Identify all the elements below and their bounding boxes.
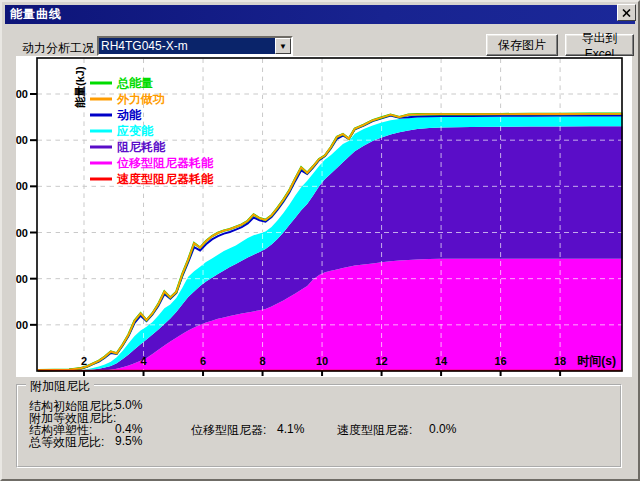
- legend-label: 速度型阻尼器耗能: [116, 172, 214, 186]
- displacement-damper-value: 4.1%: [277, 422, 304, 436]
- condition-combobox[interactable]: RH4TG045-X-m ▼: [97, 36, 293, 56]
- x-tick-label: 18: [554, 355, 566, 367]
- x-tick-label: 16: [494, 355, 506, 367]
- condition-label: 动力分析工况: [22, 40, 94, 57]
- chart-area: 5001000150020002500300024681012141618时间(…: [16, 56, 632, 377]
- legend-label: 总能量: [116, 76, 153, 90]
- x-tick-label: 6: [200, 355, 206, 367]
- x-tick-label: 8: [259, 355, 265, 367]
- window-title: 能量曲线: [10, 6, 62, 23]
- chart-legend: 总能量外力做功动能应变能阻尼耗能位移型阻尼器耗能速度型阻尼器耗能: [90, 76, 214, 186]
- legend-label: 应变能: [116, 124, 154, 138]
- legend-label: 位移型阻尼器耗能: [116, 156, 214, 170]
- y-tick-label: 2500: [16, 134, 28, 146]
- energy-curve-window: 能量曲线 动力分析工况 RH4TG045-X-m ▼ 保存图片 导出到Excel…: [0, 0, 640, 481]
- y-axis-title: 能量(kJ): [74, 66, 86, 108]
- legend-label: 阻尼耗能: [117, 140, 166, 154]
- y-tick-label: 1500: [16, 227, 28, 239]
- titlebar[interactable]: 能量曲线: [5, 5, 635, 24]
- total-damping-value: 9.5%: [115, 434, 142, 448]
- x-tick-label: 12: [375, 355, 387, 367]
- y-tick-label: 1000: [16, 273, 28, 285]
- groupbox-title: 附加阻尼比: [26, 378, 94, 395]
- x-tick-label: 4: [140, 355, 147, 367]
- close-button[interactable]: [617, 4, 636, 21]
- chevron-down-icon[interactable]: ▼: [275, 38, 291, 54]
- x-tick-label: 10: [316, 355, 328, 367]
- velocity-damper-value: 0.0%: [429, 422, 456, 436]
- condition-value: RH4TG045-X-m: [101, 39, 188, 53]
- x-tick-label: 14: [435, 355, 448, 367]
- velocity-damper-label: 速度型阻尼器:: [337, 422, 412, 439]
- y-tick-label: 3000: [16, 88, 28, 100]
- close-icon: [622, 9, 631, 17]
- save-image-button[interactable]: 保存图片: [486, 34, 558, 56]
- x-tick-label: 2: [81, 355, 87, 367]
- total-damping-label: 总等效阻尼比:: [29, 434, 104, 451]
- legend-label: 外力做功: [116, 92, 165, 106]
- initial-damping-value: 5.0%: [115, 398, 142, 412]
- displacement-damper-label: 位移型阻尼器:: [191, 422, 266, 439]
- x-axis-title: 时间(s): [577, 354, 616, 368]
- y-tick-label: 500: [16, 319, 28, 331]
- damping-ratio-groupbox: 附加阻尼比 结构初始阻尼比: 5.0% 附加等效阻尼比: 结构弹塑性: 0.4%…: [16, 384, 622, 468]
- energy-chart: 5001000150020002500300024681012141618时间(…: [16, 56, 632, 377]
- export-excel-button[interactable]: 导出到Excel: [565, 34, 634, 56]
- legend-label: 动能: [117, 108, 142, 122]
- y-tick-label: 2000: [16, 180, 28, 192]
